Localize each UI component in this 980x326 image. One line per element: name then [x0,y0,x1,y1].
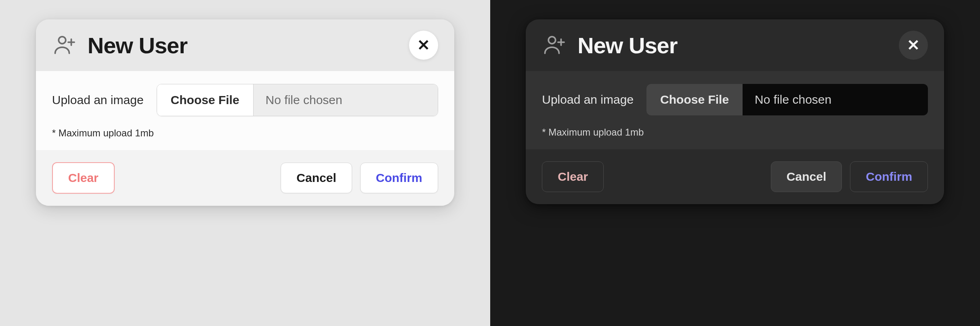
svg-point-3 [549,37,556,44]
light-theme-panel: New User ✕ Upload an image Choose File N… [0,0,490,326]
new-user-modal: New User ✕ Upload an image Choose File N… [526,19,944,204]
file-status-text: No file chosen [743,84,928,115]
cancel-button[interactable]: Cancel [771,161,842,192]
modal-header: New User ✕ [526,19,944,71]
close-button[interactable]: ✕ [899,31,928,60]
close-icon: ✕ [417,36,430,54]
choose-file-button[interactable]: Choose File [157,84,254,116]
upload-hint: * Maximum upload 1mb [52,127,438,139]
modal-header: New User ✕ [36,19,454,71]
clear-button[interactable]: Clear [52,162,115,194]
upload-hint: * Maximum upload 1mb [542,127,928,138]
clear-button[interactable]: Clear [542,161,604,192]
confirm-button[interactable]: Confirm [360,163,438,193]
modal-title: New User [88,32,398,59]
new-user-modal: New User ✕ Upload an image Choose File N… [36,19,454,206]
modal-footer: Clear Cancel Confirm [526,149,944,204]
modal-body: Upload an image Choose File No file chos… [36,71,454,150]
user-plus-icon [542,33,566,57]
upload-label: Upload an image [542,93,634,107]
confirm-button[interactable]: Confirm [850,161,928,192]
upload-label: Upload an image [52,93,144,107]
modal-body: Upload an image Choose File No file chos… [526,71,944,149]
close-button[interactable]: ✕ [409,31,438,60]
file-input[interactable]: Choose File No file chosen [646,84,928,115]
svg-point-0 [59,37,66,44]
close-icon: ✕ [907,36,920,54]
user-plus-icon [52,33,76,57]
choose-file-button[interactable]: Choose File [646,84,743,115]
modal-footer: Clear Cancel Confirm [36,150,454,206]
dark-theme-panel: New User ✕ Upload an image Choose File N… [490,0,980,326]
file-status-text: No file chosen [254,84,438,116]
upload-row: Upload an image Choose File No file chos… [542,84,928,115]
file-input[interactable]: Choose File No file chosen [157,84,438,116]
modal-title: New User [577,32,888,59]
upload-row: Upload an image Choose File No file chos… [52,84,438,116]
cancel-button[interactable]: Cancel [281,163,352,193]
